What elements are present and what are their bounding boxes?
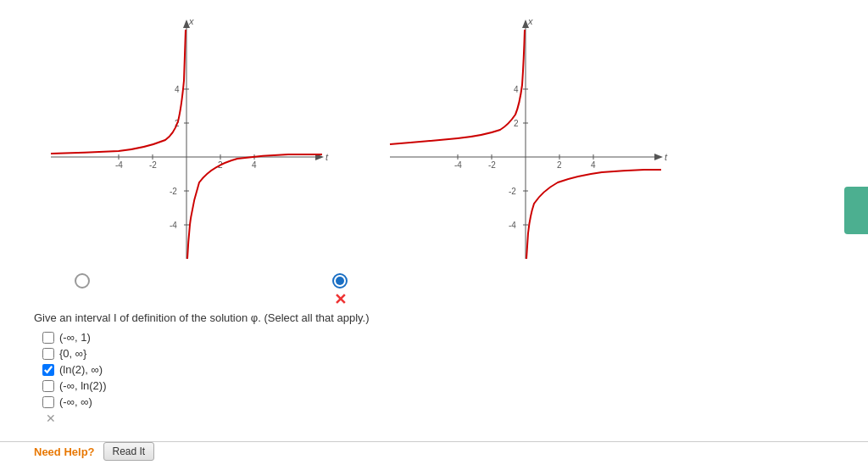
checkbox-item-4: (-∞, ln(2)) <box>42 379 860 392</box>
radio-selected[interactable] <box>332 273 348 289</box>
answer-controls: ✕ <box>34 269 860 294</box>
svg-marker-15 <box>654 154 663 160</box>
checkbox-2[interactable] <box>42 348 54 360</box>
question-text: Give an interval I of definition of the … <box>34 311 860 324</box>
checkbox-item-2: {0, ∞} <box>42 347 860 360</box>
question-section: Give an interval I of definition of the … <box>34 303 860 429</box>
graph2-ytick-neg2: -2 <box>509 187 516 196</box>
checkbox-label-4: (-∞, ln(2)) <box>59 379 107 392</box>
graph1-t-label: t <box>326 152 329 162</box>
checkbox-item-1: (-∞, 1) <box>42 331 860 344</box>
checkbox-3[interactable] <box>42 364 54 376</box>
graph1-curve-right <box>187 154 322 259</box>
graph2-ytick-neg4: -4 <box>509 221 516 230</box>
graph2-container: x t -4 -2 2 4 4 2 -2 -4 <box>373 13 678 267</box>
checkbox-1[interactable] <box>42 332 54 344</box>
graph1-tick-4: 4 <box>252 160 257 170</box>
checkbox-4[interactable] <box>42 380 54 392</box>
graph1-x-label: x <box>188 16 194 26</box>
checkbox-label-1: (-∞, 1) <box>59 331 91 344</box>
checkbox-label-2: {0, ∞} <box>59 347 86 360</box>
graph2-curve-left <box>390 30 525 144</box>
checkbox-label-3: (ln(2), ∞) <box>59 363 103 376</box>
graph2-ytick-4: 4 <box>514 85 519 94</box>
graph1-tick-neg2: -2 <box>149 160 157 170</box>
graph2-svg: x t -4 -2 2 4 4 2 -2 -4 <box>373 13 678 267</box>
checkbox-5[interactable] <box>42 396 54 408</box>
main-container: x t -4 -2 2 4 4 <box>0 0 868 465</box>
checkbox-label-5: (-∞, ∞) <box>59 395 92 408</box>
right-widget <box>844 187 868 234</box>
graph1-svg: x t -4 -2 2 4 4 <box>34 13 339 267</box>
graphs-row: x t -4 -2 2 4 4 <box>34 13 860 267</box>
graph2-curve-right <box>526 170 661 259</box>
close-x-button[interactable]: ✕ <box>46 412 860 425</box>
graph1-tick-neg4: -4 <box>115 160 123 170</box>
graph2-tick-neg2: -2 <box>488 160 496 170</box>
graph1-ytick-neg2: -2 <box>170 187 177 196</box>
graph2-ytick-2: 2 <box>514 119 519 128</box>
graph2-tick-neg4: -4 <box>454 160 462 170</box>
graph1-ytick-4: 4 <box>175 85 180 94</box>
graph1-curve-left <box>51 30 186 154</box>
x-mark: ✕ <box>334 292 347 307</box>
radio-answer-area: ✕ <box>332 273 348 307</box>
graph2-tick-2: 2 <box>557 160 562 170</box>
graph1-ytick-neg4: -4 <box>170 221 177 230</box>
checkbox-list: (-∞, 1) {0, ∞} (ln(2), ∞) (-∞, ln(2)) (-… <box>42 331 860 408</box>
graph2-tick-4: 4 <box>591 160 596 170</box>
graph1-container: x t -4 -2 2 4 4 <box>34 13 339 267</box>
checkbox-item-3: (ln(2), ∞) <box>42 363 860 376</box>
bottom-bar <box>0 441 868 465</box>
graph2-x-label: x <box>527 16 533 26</box>
checkbox-item-5: (-∞, ∞) <box>42 395 860 408</box>
graph2-t-label: t <box>665 152 668 162</box>
radio-unselected[interactable] <box>75 273 90 289</box>
